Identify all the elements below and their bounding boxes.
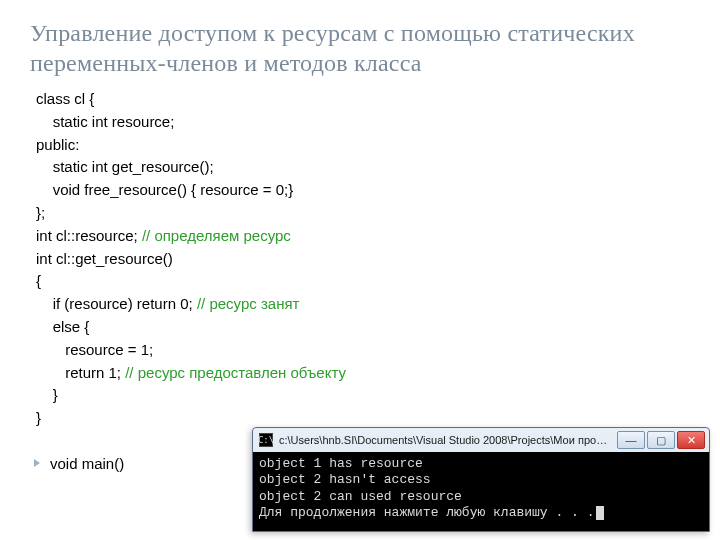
window-buttons: — ▢ ✕: [615, 431, 705, 449]
code-comment: // определяем ресурс: [142, 227, 291, 244]
code-comment: // ресурс предоставлен объекту: [125, 364, 346, 381]
code-text: if (resource) return 0;: [36, 295, 197, 312]
close-button[interactable]: ✕: [677, 431, 705, 449]
console-output: object 1 has resource object 2 hasn't ac…: [253, 452, 709, 531]
terminal-icon-glyph: C:\: [258, 436, 274, 445]
code-line: }: [36, 384, 690, 407]
console-window: C:\ c:\Users\hnb.SI\Documents\Visual Stu…: [252, 427, 710, 532]
console-line: object 1 has resource: [259, 456, 703, 472]
code-line: public:: [36, 134, 690, 157]
slide-content: Управление доступом к ресурсам с помощью…: [0, 0, 720, 476]
console-line: Для продолжения нажмите любую клавишу . …: [259, 505, 703, 521]
console-line: object 2 can used resource: [259, 489, 703, 505]
code-text: int cl::resource;: [36, 227, 142, 244]
code-line: };: [36, 202, 690, 225]
cursor-icon: [596, 506, 604, 520]
code-line: int cl::resource; // определяем ресурс: [36, 225, 690, 248]
minimize-button[interactable]: —: [617, 431, 645, 449]
code-line: int cl::get_resource(): [36, 248, 690, 271]
code-line: return 1; // ресурс предоставлен объекту: [36, 362, 690, 385]
code-line: class cl {: [36, 88, 690, 111]
code-line: if (resource) return 0; // ресурс занят: [36, 293, 690, 316]
code-line: else {: [36, 316, 690, 339]
console-title: c:\Users\hnb.SI\Documents\Visual Studio …: [279, 434, 609, 446]
console-text: Для продолжения нажмите любую клавишу . …: [259, 505, 594, 520]
console-line: object 2 hasn't access: [259, 472, 703, 488]
code-block: class cl { static int resource; public: …: [36, 88, 690, 476]
console-titlebar[interactable]: C:\ c:\Users\hnb.SI\Documents\Visual Stu…: [253, 428, 709, 452]
code-line: resource = 1;: [36, 339, 690, 362]
maximize-button[interactable]: ▢: [647, 431, 675, 449]
code-line: {: [36, 270, 690, 293]
code-line: void free_resource() { resource = 0;}: [36, 179, 690, 202]
code-line: static int resource;: [36, 111, 690, 134]
terminal-icon: C:\: [259, 433, 273, 447]
code-comment: // ресурс занят: [197, 295, 300, 312]
code-line: static int get_resource();: [36, 156, 690, 179]
code-text: return 1;: [36, 364, 125, 381]
slide-title: Управление доступом к ресурсам с помощью…: [30, 18, 690, 78]
